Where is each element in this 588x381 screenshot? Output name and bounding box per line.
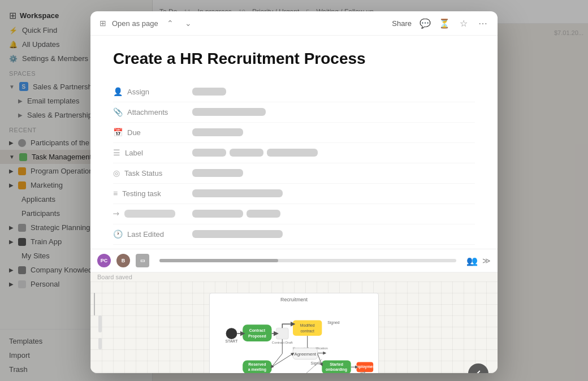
- svg-text:Reserved: Reserved: [248, 362, 266, 366]
- status-bar: [192, 169, 243, 177]
- property-last-edited: 🕐 Last Edited: [113, 224, 475, 245]
- last-edited-value: [192, 230, 475, 238]
- comment-icon[interactable]: 💬: [420, 18, 431, 29]
- due-value[interactable]: [192, 128, 475, 136]
- property-due: 📅 Due: [113, 123, 475, 143]
- progress-bar-container: [159, 259, 456, 262]
- star-icon[interactable]: ☆: [458, 18, 469, 29]
- custom-label-bar: [124, 210, 175, 218]
- svg-rect-3: [243, 324, 271, 341]
- calendar-icon: 📅: [113, 128, 123, 137]
- due-label: Due: [127, 128, 141, 137]
- circle-status-icon: ◎: [113, 168, 120, 177]
- label-label: Label: [125, 149, 143, 157]
- last-edited-bar: [192, 230, 283, 238]
- modal-topbar: ⊞ Open as page ⌃ ⌄ Share 💬 ⏳ ☆ ⋯: [90, 11, 498, 36]
- open-as-page-label[interactable]: Open as page: [112, 19, 158, 28]
- flow-diagram: Recruitment START Contract Proposed Cont…: [209, 293, 379, 373]
- property-attachments: 📎 Attachments: [113, 102, 475, 123]
- add-property-row[interactable]: + Add a property: [113, 245, 475, 249]
- users-icon: 👥: [466, 256, 478, 266]
- person-icon: 👤: [113, 87, 123, 96]
- property-assign: 👤 Assign: [113, 82, 475, 102]
- custom-bar: [192, 210, 243, 218]
- avatar-br: B: [116, 254, 130, 267]
- svg-text:a meeting: a meeting: [248, 367, 266, 372]
- more-icon[interactable]: ⋯: [477, 18, 488, 29]
- modal-overlay: ⊞ Open as page ⌃ ⌄ Share 💬 ⏳ ☆ ⋯ Create …: [0, 0, 588, 381]
- property-testing-task: ≡ Testing task: [113, 184, 475, 204]
- label-bar2: [230, 149, 263, 157]
- last-edited-icon: 🕐: [113, 230, 123, 239]
- testing-task-value[interactable]: [192, 189, 475, 197]
- svg-text:onboarding: onboarding: [326, 367, 347, 372]
- flow-diagram-container: Recruitment START Contract Proposed Cont…: [90, 282, 498, 373]
- clock-icon[interactable]: ⏳: [439, 18, 450, 29]
- board-saved-label: Board saved: [90, 272, 498, 282]
- svg-text:Proposed: Proposed: [248, 334, 266, 339]
- assign-value[interactable]: [192, 88, 475, 96]
- list-icon: ☰: [113, 148, 120, 157]
- svg-rect-8: [293, 320, 322, 336]
- svg-rect-6: [276, 328, 288, 339]
- due-bar: [192, 128, 243, 136]
- list-alt-icon: ≡: [113, 189, 118, 198]
- attachments-bar: [192, 108, 266, 116]
- svg-point-1: [226, 328, 237, 339]
- svg-text:Started: Started: [330, 362, 343, 366]
- last-edited-label: Last Edited: [127, 230, 164, 239]
- attachments-value[interactable]: [192, 108, 475, 116]
- nav-down-arrow[interactable]: ⌄: [182, 17, 194, 29]
- custom-bar2: [247, 210, 280, 218]
- avatar-pc: PC: [97, 254, 111, 267]
- testing-task-label: Testing task: [122, 189, 161, 198]
- task-modal: ⊞ Open as page ⌃ ⌄ Share 💬 ⏳ ☆ ⋯ Create …: [90, 11, 498, 373]
- attachments-label: Attachments: [127, 108, 168, 116]
- testing-bar: [192, 189, 283, 197]
- modal-content: Create a HR Recruitment Process 👤 Assign…: [90, 36, 498, 249]
- assign-label: Assign: [127, 88, 149, 96]
- property-custom: ↗: [113, 204, 475, 224]
- nav-up-arrow[interactable]: ⌃: [164, 17, 176, 29]
- custom-value[interactable]: [192, 210, 475, 218]
- progress-bar-fill: [159, 259, 278, 262]
- share-label[interactable]: Share: [392, 19, 412, 28]
- property-label: ☰ Label: [113, 143, 475, 163]
- property-task-status: ◎ Task Status: [113, 163, 475, 184]
- svg-line-20: [272, 354, 293, 367]
- label-bar1: [192, 149, 226, 157]
- svg-text:Agreement: Agreement: [294, 352, 316, 357]
- label-value[interactable]: [192, 149, 475, 157]
- avatar-sq: ▭: [136, 254, 149, 267]
- svg-text:Signed: Signed: [327, 321, 340, 325]
- open-as-page-icon: ⊞: [100, 19, 106, 28]
- svg-text:Recruitment: Recruitment: [280, 297, 308, 302]
- arrow-up-right-icon: ↗: [111, 208, 122, 219]
- svg-text:Contract: Contract: [249, 328, 266, 332]
- label-bar3: [267, 149, 318, 157]
- svg-text:employment: employment: [353, 365, 377, 369]
- expand-icon[interactable]: ≫: [482, 256, 491, 265]
- task-status-label: Task Status: [124, 169, 162, 177]
- task-title: Create a HR Recruitment Process: [113, 49, 475, 68]
- canvas-toolbar: PC B ▭ 👥 ≫: [90, 249, 498, 272]
- svg-text:Modified: Modified: [300, 323, 315, 327]
- svg-text:contract: contract: [300, 329, 314, 333]
- assign-bar: [192, 88, 226, 96]
- modal-canvas: PC B ▭ 👥 ≫ Board saved: [90, 249, 498, 373]
- task-status-value[interactable]: [192, 169, 475, 177]
- paperclip-icon: 📎: [113, 107, 123, 116]
- svg-text:START: START: [225, 339, 238, 343]
